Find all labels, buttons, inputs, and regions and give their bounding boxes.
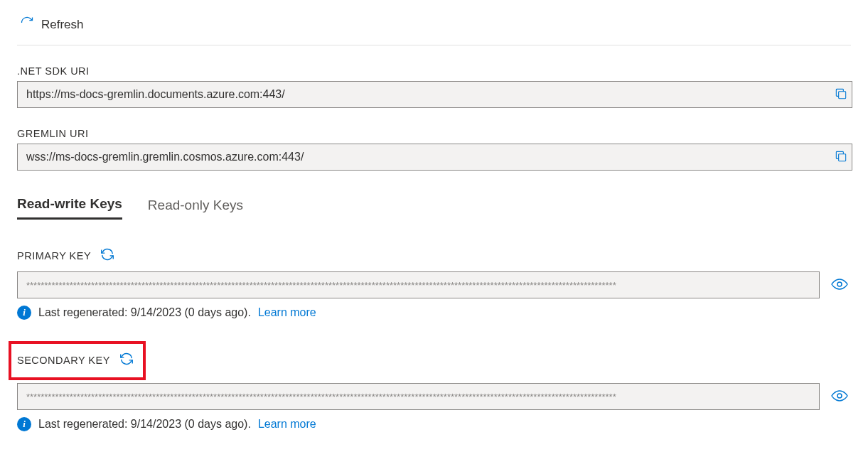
- refresh-button[interactable]: Refresh: [17, 14, 87, 35]
- secondary-key-label: SECONDARY KEY: [17, 355, 110, 366]
- refresh-label: Refresh: [41, 18, 84, 32]
- toolbar: Refresh: [17, 14, 851, 45]
- secondary-key-info-text: Last regenerated: 9/14/2023 (0 days ago)…: [38, 418, 251, 431]
- eye-icon: [831, 396, 848, 406]
- refresh-icon: [20, 16, 34, 33]
- learn-more-link[interactable]: Learn more: [258, 306, 316, 319]
- primary-key-label-row: PRIMARY KEY: [17, 245, 851, 266]
- copy-icon: [834, 92, 848, 103]
- copy-icon: [834, 155, 848, 166]
- secondary-key-row: [17, 383, 851, 410]
- regenerate-icon: [119, 351, 134, 369]
- learn-more-link[interactable]: Learn more: [258, 418, 316, 431]
- svg-rect-1: [839, 153, 846, 161]
- primary-key-input[interactable]: [17, 271, 820, 298]
- gremlin-uri-row: [17, 144, 851, 171]
- annotation-highlight: SECONDARY KEY: [9, 341, 146, 380]
- tab-read-only-keys[interactable]: Read-only Keys: [148, 196, 243, 220]
- primary-key-info-row: i Last regenerated: 9/14/2023 (0 days ag…: [17, 306, 851, 320]
- keys-tabs: Read-write Keys Read-only Keys: [17, 196, 851, 220]
- secondary-key-input[interactable]: [17, 383, 820, 410]
- gremlin-uri-input[interactable]: [17, 144, 852, 171]
- info-icon: i: [17, 306, 31, 320]
- primary-key-section: PRIMARY KEY i Last regenerated: 9/14/202…: [17, 245, 851, 320]
- net-sdk-uri-label: .NET SDK URI: [17, 65, 851, 77]
- show-primary-key-button[interactable]: [828, 273, 851, 298]
- primary-key-info-text: Last regenerated: 9/14/2023 (0 days ago)…: [38, 306, 251, 319]
- net-sdk-uri-input[interactable]: [17, 81, 852, 108]
- primary-key-row: [17, 271, 851, 298]
- gremlin-uri-group: GREMLIN URI: [17, 128, 851, 171]
- svg-rect-0: [839, 91, 846, 98]
- secondary-key-info-row: i Last regenerated: 9/14/2023 (0 days ag…: [17, 417, 851, 431]
- net-sdk-uri-group: .NET SDK URI: [17, 65, 851, 108]
- svg-point-2: [837, 282, 842, 286]
- gremlin-uri-label: GREMLIN URI: [17, 128, 851, 139]
- regenerate-icon: [100, 247, 115, 264]
- copy-gremlin-button[interactable]: [831, 146, 851, 168]
- copy-net-sdk-button[interactable]: [831, 84, 851, 106]
- info-icon: i: [17, 417, 31, 431]
- svg-point-3: [837, 394, 842, 398]
- tab-read-write-keys[interactable]: Read-write Keys: [17, 196, 122, 220]
- eye-icon: [831, 284, 848, 295]
- secondary-key-section: SECONDARY KEY i Last regenerated: 9/14/2…: [17, 341, 851, 431]
- net-sdk-uri-row: [17, 81, 851, 108]
- regenerate-primary-button[interactable]: [98, 245, 117, 266]
- primary-key-label: PRIMARY KEY: [17, 250, 91, 262]
- regenerate-secondary-button[interactable]: [117, 350, 136, 370]
- secondary-key-label-row: SECONDARY KEY: [17, 350, 136, 370]
- show-secondary-key-button[interactable]: [828, 384, 851, 409]
